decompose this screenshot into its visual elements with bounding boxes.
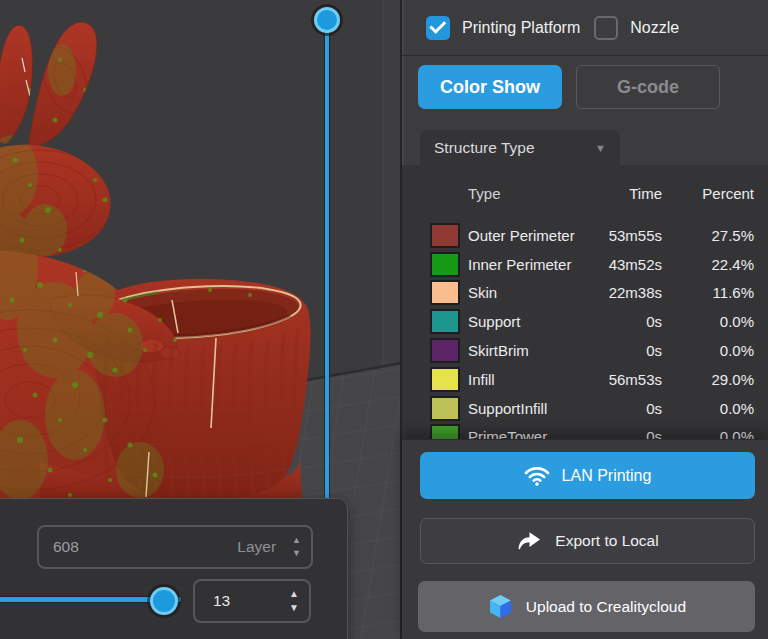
table-row: Support 0s 0.0% bbox=[402, 307, 768, 336]
rabbit-basket-model bbox=[0, 22, 310, 524]
layer-value[interactable]: 608 bbox=[53, 538, 237, 556]
step-slider-handle[interactable] bbox=[150, 587, 178, 615]
preview-sidebar: Printing Platform Nozzle Color Show G-co… bbox=[400, 0, 768, 639]
row-percent: 0.0% bbox=[662, 313, 754, 330]
row-time: 56m53s bbox=[576, 371, 662, 388]
column-type: Type bbox=[468, 185, 576, 202]
gcode-button[interactable]: G-code bbox=[576, 65, 720, 109]
layer-number-field[interactable]: 608 Layer ▲ ▼ bbox=[37, 525, 313, 569]
export-arrow-icon bbox=[516, 530, 543, 553]
nozzle-label: Nozzle bbox=[630, 19, 679, 37]
structure-type-label: Structure Type bbox=[434, 139, 535, 157]
table-row: Infill 56m53s 29.0% bbox=[402, 365, 768, 394]
row-percent: 29.0% bbox=[662, 371, 754, 388]
row-label: PrimeTower bbox=[468, 428, 576, 439]
row-label: Outer Perimeter bbox=[468, 227, 576, 244]
table-row: PrimeTower 0s 0.0% bbox=[402, 423, 768, 439]
color-swatch bbox=[430, 367, 460, 392]
layer-unit-label: Layer bbox=[237, 538, 276, 556]
structure-table-header: Type Time Percent bbox=[402, 165, 768, 221]
color-swatch bbox=[430, 280, 460, 305]
row-time: 53m55s bbox=[576, 227, 662, 244]
row-label: SkirtBrim bbox=[468, 342, 576, 359]
export-to-local-button[interactable]: Export to Local bbox=[420, 518, 755, 564]
layer-slider-track[interactable] bbox=[325, 18, 329, 498]
row-label: Skin bbox=[468, 284, 576, 301]
wifi-icon bbox=[524, 465, 550, 486]
table-row: SkirtBrim 0s 0.0% bbox=[402, 336, 768, 365]
spinner-up-icon[interactable]: ▲ bbox=[292, 536, 301, 545]
row-time: 0s bbox=[576, 313, 662, 330]
column-percent: Percent bbox=[662, 185, 754, 202]
row-time: 0s bbox=[576, 400, 662, 417]
color-show-button[interactable]: Color Show bbox=[418, 65, 562, 109]
step-number-field[interactable]: 13 ▲ ▼ bbox=[193, 579, 311, 623]
slicer-preview-screen: 608 Layer ▲ ▼ 13 ▲ ▼ Printing Platform N… bbox=[0, 0, 768, 639]
row-percent: 22.4% bbox=[662, 256, 754, 273]
color-swatch bbox=[430, 223, 460, 248]
show-options-row: Printing Platform Nozzle bbox=[402, 0, 768, 56]
spinner-down-icon[interactable]: ▼ bbox=[292, 549, 301, 558]
color-swatch bbox=[430, 396, 460, 421]
table-row: SupportInfill 0s 0.0% bbox=[402, 394, 768, 423]
spinner-up-icon[interactable]: ▲ bbox=[289, 589, 299, 599]
row-label: Support bbox=[468, 313, 576, 330]
upload-to-crealitycloud-button[interactable]: Upload to Crealitycloud bbox=[418, 581, 755, 632]
step-value[interactable]: 13 bbox=[213, 592, 289, 610]
table-row: Outer Perimeter 53m55s 27.5% bbox=[402, 221, 768, 250]
chevron-down-icon: ▼ bbox=[595, 142, 606, 154]
build-volume-right-wall bbox=[383, 0, 400, 367]
row-percent: 0.0% bbox=[662, 428, 754, 439]
lan-printing-label: LAN Printing bbox=[562, 467, 652, 485]
structure-type-dropdown[interactable]: Structure Type ▼ bbox=[420, 130, 620, 165]
upload-to-crealitycloud-label: Upload to Crealitycloud bbox=[526, 598, 686, 616]
row-label: Infill bbox=[468, 371, 576, 388]
row-percent: 0.0% bbox=[662, 400, 754, 417]
row-label: Inner Perimeter bbox=[468, 256, 576, 273]
layer-spinner[interactable]: ▲ ▼ bbox=[292, 536, 301, 558]
lan-printing-button[interactable]: LAN Printing bbox=[420, 452, 755, 499]
printing-platform-label: Printing Platform bbox=[462, 19, 580, 37]
creality-cloud-icon bbox=[487, 593, 514, 620]
step-spinner[interactable]: ▲ ▼ bbox=[289, 589, 299, 613]
column-time: Time bbox=[576, 185, 662, 202]
print-actions-panel: LAN Printing Export to Local bbox=[402, 439, 768, 639]
table-row: Skin 22m38s 11.6% bbox=[402, 279, 768, 308]
check-icon bbox=[429, 17, 446, 34]
row-percent: 0.0% bbox=[662, 342, 754, 359]
layer-slider-handle[interactable] bbox=[314, 7, 340, 33]
row-percent: 11.6% bbox=[662, 284, 754, 301]
spinner-down-icon[interactable]: ▼ bbox=[289, 603, 299, 613]
structure-table: Type Time Percent Outer Perimeter 53m55s… bbox=[402, 165, 768, 439]
row-percent: 27.5% bbox=[662, 227, 754, 244]
row-time: 22m38s bbox=[576, 284, 662, 301]
row-time: 0s bbox=[576, 342, 662, 359]
printing-platform-checkbox[interactable] bbox=[426, 16, 450, 40]
view-mode-buttons: Color Show G-code bbox=[402, 56, 768, 109]
layer-control-panel: 608 Layer ▲ ▼ 13 ▲ ▼ bbox=[0, 498, 348, 639]
row-label: SupportInfill bbox=[468, 400, 576, 417]
row-time: 0s bbox=[576, 428, 662, 439]
export-to-local-label: Export to Local bbox=[555, 532, 658, 550]
row-time: 43m52s bbox=[576, 256, 662, 273]
color-swatch bbox=[430, 424, 460, 439]
color-swatch bbox=[430, 338, 460, 363]
nozzle-checkbox[interactable] bbox=[594, 16, 618, 40]
color-swatch bbox=[430, 252, 460, 277]
table-row: Inner Perimeter 43m52s 22.4% bbox=[402, 250, 768, 279]
color-swatch bbox=[430, 309, 460, 334]
